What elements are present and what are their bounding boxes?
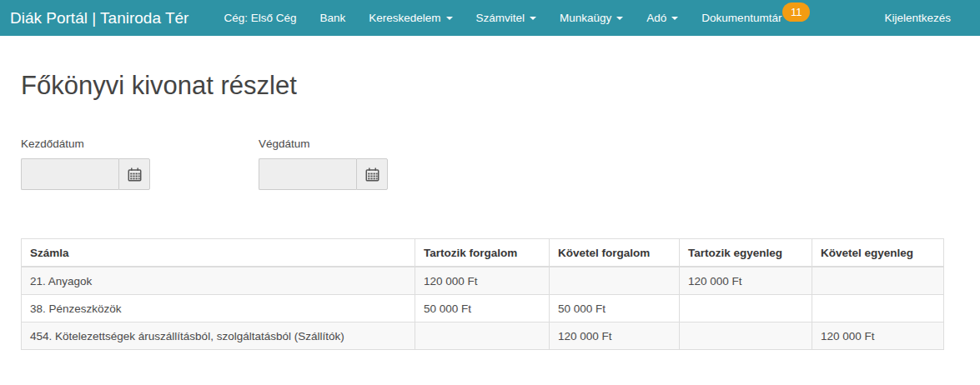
top-navbar: Diák Portál | Taniroda Tér Cég: Első Cég… (0, 0, 980, 36)
nav-item-label: Dokumentumtár (701, 12, 781, 24)
start-date-input[interactable] (21, 158, 118, 190)
table-row: 454. Kötelezettségek áruszállításból, sz… (22, 322, 944, 350)
main-content: Főkönyvi kivonat részlet Kezdődátum (0, 71, 980, 350)
start-date-input-group (21, 158, 150, 190)
column-header-tartozik-forgalom: Tartozik forgalom (415, 239, 550, 268)
cell-kovetel-forgalom: 120 000 Ft (550, 322, 680, 350)
column-header-szamla: Számla (22, 239, 415, 268)
nav-item-label: Bank (319, 12, 345, 24)
nav-item-bank[interactable]: Bank (308, 0, 357, 36)
calendar-icon (128, 168, 142, 182)
end-date-label: Végdátum (259, 138, 388, 150)
start-date-group: Kezdődátum (21, 138, 150, 190)
nav-item-company[interactable]: Cég: Első Cég (212, 0, 308, 36)
chevron-down-icon (530, 17, 536, 20)
nav-item-munkaugy[interactable]: Munkaügy (548, 0, 635, 36)
cell-kovetel-forgalom: 50 000 Ft (550, 295, 680, 322)
cell-account: 21. Anyagok (22, 267, 415, 295)
cell-kovetel-egyenleg: 120 000 Ft (812, 322, 944, 350)
cell-tartozik-forgalom (415, 322, 550, 350)
nav-item-label: Cég: Első Cég (224, 12, 296, 24)
cell-tartozik-egyenleg: 120 000 Ft (680, 267, 812, 295)
nav-item-dokumentumtar[interactable]: Dokumentumtár 11 (690, 0, 793, 36)
nav-item-szamvitel[interactable]: Számvitel (465, 0, 549, 36)
ledger-table: Számla Tartozik forgalom Követel forgalo… (21, 238, 944, 350)
nav-item-ado[interactable]: Adó (635, 0, 690, 36)
navbar-menu: Cég: Első Cég Bank Kereskedelem Számvite… (212, 0, 793, 36)
cell-kovetel-egyenleg (812, 267, 944, 295)
start-date-calendar-button[interactable] (118, 158, 150, 190)
end-date-input[interactable] (259, 158, 356, 190)
page-title: Főkönyvi kivonat részlet (21, 71, 959, 101)
column-header-kovetel-forgalom: Követel forgalom (550, 239, 680, 268)
cell-tartozik-forgalom: 120 000 Ft (415, 267, 550, 295)
cell-kovetel-forgalom (550, 267, 680, 295)
calendar-icon (365, 168, 379, 182)
end-date-group: Végdátum (259, 138, 388, 190)
cell-account: 38. Pénzeszközök (22, 295, 415, 322)
cell-tartozik-egyenleg (680, 322, 812, 350)
nav-item-label: Kereskedelem (369, 12, 440, 24)
end-date-calendar-button[interactable] (356, 158, 388, 190)
table-row: 21. Anyagok 120 000 Ft 120 000 Ft (22, 267, 944, 295)
table-header-row: Számla Tartozik forgalom Követel forgalo… (22, 239, 944, 268)
nav-item-label: Számvitel (476, 12, 525, 24)
logout-link[interactable]: Kijelentkezés (867, 0, 967, 36)
cell-tartozik-forgalom: 50 000 Ft (415, 295, 550, 322)
date-filters: Kezdődátum (21, 138, 959, 190)
cell-kovetel-egyenleg (812, 295, 944, 322)
start-date-label: Kezdődátum (21, 138, 150, 150)
chevron-down-icon (671, 17, 678, 20)
cell-tartozik-egyenleg (680, 295, 812, 322)
nav-item-label: Adó (646, 12, 666, 24)
notification-badge: 11 (782, 2, 811, 22)
column-header-tartozik-egyenleg: Tartozik egyenleg (680, 239, 812, 268)
column-header-kovetel-egyenleg: Követel egyenleg (812, 239, 944, 268)
table-row: 38. Pénzeszközök 50 000 Ft 50 000 Ft (22, 295, 944, 322)
chevron-down-icon (616, 17, 623, 20)
nav-item-label: Munkaügy (560, 12, 611, 24)
ledger-table-container: Számla Tartozik forgalom Követel forgalo… (21, 238, 959, 350)
cell-account: 454. Kötelezettségek áruszállításból, sz… (22, 322, 415, 350)
nav-item-kereskedelem[interactable]: Kereskedelem (357, 0, 464, 36)
navbar-brand[interactable]: Diák Portál | Taniroda Tér (10, 0, 188, 36)
end-date-input-group (259, 158, 388, 190)
chevron-down-icon (446, 17, 453, 20)
